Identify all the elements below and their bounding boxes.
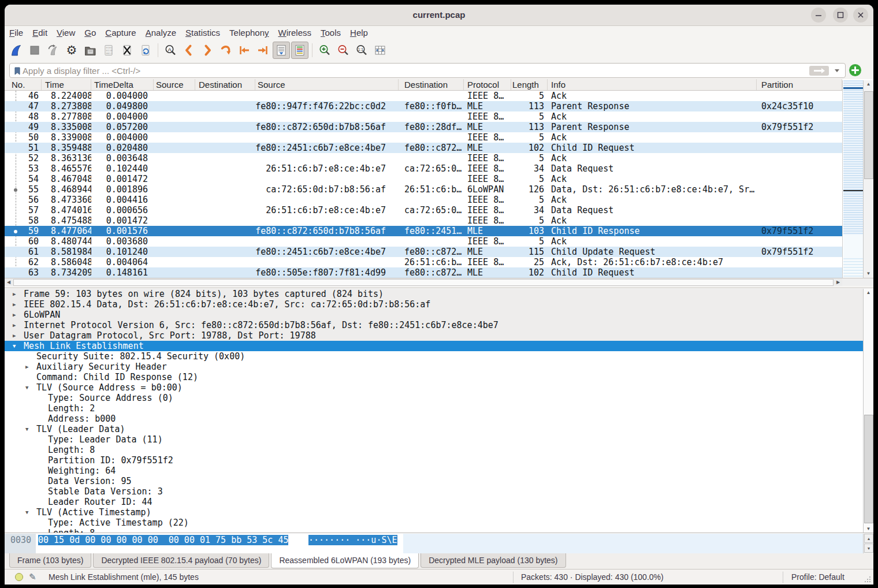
detail-line[interactable]: Stable Data Version: 3 (5, 486, 863, 497)
detail-line[interactable]: Partition ID: 0x79f551f2 (5, 455, 863, 466)
go-first-icon[interactable] (236, 42, 253, 59)
menu-telephony[interactable]: Telephony (225, 27, 273, 38)
hex-vscrollbar[interactable]: ▲ ▼ (863, 534, 873, 554)
menu-file[interactable]: File (5, 27, 28, 38)
detail-line[interactable]: Address: b000 (5, 414, 863, 424)
column-header-source[interactable]: Source (154, 79, 195, 90)
detail-line[interactable]: Length: 8 (5, 445, 863, 455)
colorize-toggle-icon[interactable] (291, 42, 308, 59)
expand-arrow-icon[interactable]: ▶ (13, 333, 16, 338)
title-bar[interactable]: current.pcap (5, 5, 873, 26)
minimize-button[interactable] (811, 8, 826, 23)
menu-wireless[interactable]: Wireless (274, 27, 317, 38)
display-filter-input[interactable]: Apply a display filter ... <Ctrl-/> (9, 63, 846, 78)
packet-row-52[interactable]: 528.3631360.003648IEEE 8…5Ack (5, 153, 842, 163)
packet-row-53[interactable]: 538.4655760.10244026:51:c6:b7:e8:ce:4b:e… (5, 163, 842, 174)
menu-tools[interactable]: Tools (316, 27, 345, 38)
filter-dropdown-caret[interactable] (835, 69, 839, 72)
detail-line[interactable]: ▼TLV (Source Address = b0:00) (5, 382, 863, 393)
column-header-info[interactable]: Info (548, 79, 757, 90)
detail-line[interactable]: ▶User Datagram Protocol, Src Port: 19788… (5, 330, 863, 341)
add-filter-button[interactable] (849, 64, 861, 76)
hex-bytes[interactable]: 00 15 0d 00 00 00 00 00 00 00 01 75 bb 5… (38, 535, 288, 545)
packet-row-57[interactable]: 578.4740160.00065626:51:c6:b7:e8:ce:4b:e… (5, 205, 842, 215)
detail-line[interactable]: Leader Router ID: 44 (5, 497, 863, 507)
collapse-arrow-icon[interactable]: ▼ (25, 385, 28, 390)
detail-line[interactable]: Type: Leader Data (11) (5, 434, 863, 445)
stop-capture-icon[interactable] (26, 42, 43, 59)
scroll-down-arrow[interactable]: ▼ (864, 270, 873, 278)
expand-arrow-icon[interactable]: ▶ (13, 322, 16, 328)
open-file-folder-icon[interactable] (81, 42, 99, 59)
close-button[interactable] (853, 8, 868, 23)
byte-view-tab[interactable]: Decrypted MLE payload (130 bytes) (421, 553, 566, 568)
byte-view-tab[interactable]: Frame (103 bytes) (9, 553, 91, 568)
detail-line[interactable]: ▶Frame 59: 103 bytes on wire (824 bits),… (5, 289, 863, 299)
go-last-icon[interactable] (254, 42, 271, 59)
packet-list-hscrollbar[interactable]: ◀ ▶ (5, 278, 842, 286)
scroll-up-arrow[interactable]: ▲ (864, 289, 873, 297)
intelligent-scrollbar-minimap[interactable] (842, 80, 863, 286)
byte-view-tab[interactable]: Decrypted IEEE 802.15.4 payload (70 byte… (93, 553, 269, 568)
resize-grip[interactable] (864, 576, 871, 583)
zoom-out-icon[interactable] (334, 42, 352, 59)
auto-scroll-toggle-icon[interactable] (273, 42, 290, 59)
detail-line[interactable]: ▼TLV (Active Timestamp) (5, 507, 863, 518)
scroll-down-arrow[interactable]: ▼ (864, 544, 873, 553)
packet-row-48[interactable]: 488.2778080.004000IEEE 8…5Ack (5, 111, 842, 122)
byte-view-tab[interactable]: Reassembled 6LoWPAN (193 bytes) (271, 553, 419, 568)
zoom-reset-icon[interactable]: 1:1 (353, 42, 370, 59)
go-back-icon[interactable] (180, 42, 198, 59)
resize-columns-icon[interactable] (371, 42, 389, 59)
expand-arrow-icon[interactable]: ▶ (13, 302, 16, 307)
column-header-protocol[interactable]: Protocol (464, 79, 511, 90)
menu-go[interactable]: Go (80, 27, 101, 38)
packet-row-63[interactable]: 638.7342090.148161fe80::505e:f807:7f81:4… (5, 267, 842, 278)
detail-line[interactable]: ▶Auxiliary Security Header (5, 362, 863, 372)
packet-row-56[interactable]: 568.4733600.004416IEEE 8…5Ack (5, 195, 842, 205)
column-header-length[interactable]: Length (511, 79, 548, 90)
column-header-time[interactable]: Time (42, 79, 91, 90)
detail-line[interactable]: Weighting: 64 (5, 466, 863, 476)
save-file-icon[interactable]: 010101100011 (100, 42, 117, 59)
column-header-no[interactable]: No. (5, 79, 42, 90)
packet-row-62[interactable]: 628.5860480.00406426:51:c6:b…IEEE 8…25Ac… (5, 257, 842, 267)
packet-list-vscrollbar[interactable]: ▲ ▼ (863, 80, 873, 278)
packet-row-51[interactable]: 518.3594880.020480fe80::2451:c6b7:e8ce:4… (5, 143, 842, 153)
menu-view[interactable]: View (52, 27, 80, 38)
packet-row-58[interactable]: 588.4754880.001472IEEE 8…5Ack (5, 215, 842, 226)
packet-list-header[interactable]: No.TimeTimeDeltaSourceDestinationSourceD… (5, 79, 842, 91)
detail-line[interactable]: Type: Active Timestamp (22) (5, 518, 863, 528)
detail-line[interactable]: ▼Mesh Link Establishment (5, 341, 863, 351)
column-header-timedelta[interactable]: TimeDelta (91, 79, 154, 90)
collapse-arrow-icon[interactable]: ▼ (13, 343, 16, 349)
close-file-icon[interactable] (118, 42, 136, 59)
hex-ascii[interactable]: ········ ···u·S\E (308, 535, 397, 545)
detail-line[interactable]: ▶Internet Protocol Version 6, Src: fe80:… (5, 320, 863, 330)
packet-row-49[interactable]: 498.3350080.057200fe80::c872:650d:b7b8:5… (5, 122, 842, 132)
menu-capture[interactable]: Capture (101, 27, 140, 38)
detail-line[interactable]: Type: Source Address (0) (5, 393, 863, 403)
expand-arrow-icon[interactable]: ▶ (13, 312, 16, 318)
start-capture-icon[interactable] (8, 42, 25, 59)
packet-row-60[interactable]: 608.4807440.003680IEEE 8…5Ack (5, 236, 842, 247)
restart-capture-icon[interactable] (44, 42, 62, 59)
detail-line[interactable]: ▶6LoWPAN (5, 310, 863, 320)
detail-line[interactable]: Length: 2 (5, 403, 863, 414)
packet-row-54[interactable]: 548.4670480.001472IEEE 8…5Ack (5, 174, 842, 184)
column-header-partition[interactable]: Partition (757, 79, 842, 90)
detail-line[interactable]: ▶IEEE 802.15.4 Data, Dst: 26:51:c6:b7:e8… (5, 299, 863, 310)
detail-line[interactable]: ▼TLV (Leader Data) (5, 424, 863, 434)
maximize-button[interactable] (833, 8, 848, 23)
packet-row-59[interactable]: 598.4770640.001576fe80::c872:650d:b7b8:5… (5, 226, 842, 236)
apply-filter-button[interactable] (809, 66, 829, 76)
go-forward-icon[interactable] (199, 42, 216, 59)
filter-bookmark-icon[interactable] (13, 66, 22, 78)
scroll-thumb[interactable] (864, 91, 873, 179)
capture-options-gear-icon[interactable]: ⚙ (63, 42, 80, 59)
packet-row-47[interactable]: 478.2738080.049800fe80::947f:f476:22bc:c… (5, 101, 842, 111)
scroll-up-arrow[interactable]: ▲ (864, 534, 873, 543)
packet-row-46[interactable]: 468.2240080.004000IEEE 8…5Ack (5, 91, 842, 101)
expert-info-icon[interactable] (15, 573, 23, 581)
collapse-arrow-icon[interactable]: ▼ (25, 509, 28, 515)
